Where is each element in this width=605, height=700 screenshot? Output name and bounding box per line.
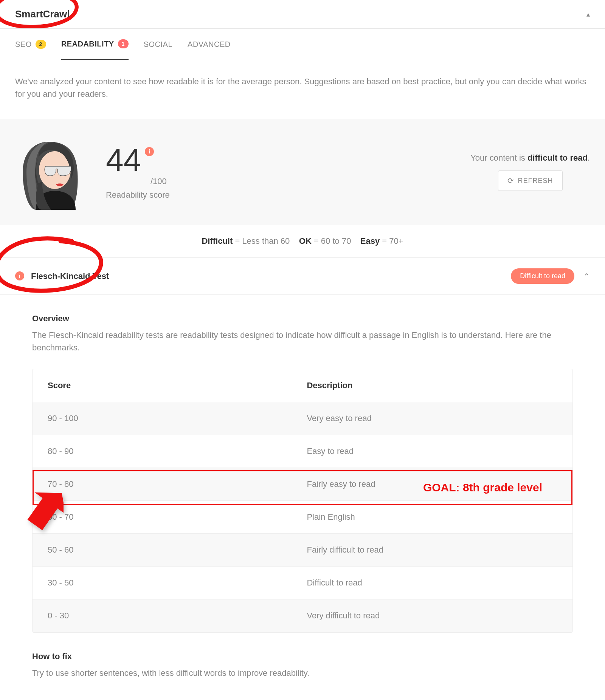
cell-desc: Easy to read — [292, 435, 572, 468]
cell-score: 80 - 90 — [33, 435, 292, 468]
cell-desc: Very easy to read — [292, 402, 572, 435]
refresh-button[interactable]: ⟳ REFRESH — [498, 170, 563, 191]
tab-seo-label: SEO — [15, 40, 32, 49]
cell-score: 0 - 30 — [33, 599, 292, 632]
tab-readability[interactable]: READABILITY 1 — [61, 29, 129, 60]
content-section: Overview The Flesch-Kincaid readability … — [15, 295, 590, 700]
app-title: SmartCrawl — [15, 8, 70, 20]
tab-advanced[interactable]: ADVANCED — [188, 29, 231, 59]
tab-social[interactable]: SOCIAL — [144, 29, 172, 59]
cell-desc: Very difficult to read — [292, 599, 572, 632]
tab-readability-label: READABILITY — [61, 40, 114, 48]
tabs: SEO 2 READABILITY 1 SOCIAL ADVANCED — [0, 29, 605, 60]
col-score: Score — [33, 369, 292, 402]
status-prefix: Your content is — [470, 153, 527, 163]
info-icon[interactable]: i — [145, 147, 154, 156]
table-row: 80 - 90 Easy to read — [33, 435, 572, 468]
refresh-icon: ⟳ — [507, 176, 514, 185]
table-row-goal: 70 - 80 Fairly easy to read — [33, 468, 572, 501]
tab-seo-badge: 2 — [36, 40, 46, 49]
cell-score: 30 - 50 — [33, 567, 292, 599]
cell-score: 50 - 60 — [33, 534, 292, 566]
status-text: Your content is difficult to read. — [470, 153, 590, 163]
collapse-caret-icon[interactable]: ▴ — [586, 10, 590, 19]
status-pill: Difficult to read — [511, 268, 574, 284]
score-total: /100 — [150, 177, 167, 186]
tab-social-label: SOCIAL — [144, 40, 172, 49]
legend-ok-label: OK — [299, 236, 312, 246]
status-strong: difficult to read — [527, 153, 588, 163]
status-suffix: . — [588, 153, 590, 163]
accordion-header[interactable]: i Flesch-Kincaid Test Difficult to read … — [0, 257, 605, 295]
accordion-title: Flesch-Kincaid Test — [31, 271, 109, 281]
tab-advanced-label: ADVANCED — [188, 40, 231, 49]
chevron-up-icon[interactable]: ⌃ — [583, 272, 590, 281]
tab-seo[interactable]: SEO 2 — [15, 29, 46, 59]
cell-desc: Plain English — [292, 501, 572, 533]
legend-easy-val: = 70+ — [380, 236, 403, 246]
score-panel: 44 i /100 Readability score Your content… — [0, 119, 605, 225]
howto-heading: How to fix — [32, 652, 573, 661]
header-bar: SmartCrawl ▴ — [0, 0, 605, 29]
legend-ok-val: = 60 to 70 — [312, 236, 351, 246]
refresh-label: REFRESH — [518, 177, 553, 185]
legend-diff-label: Difficult — [202, 236, 233, 246]
legend: Difficult = Less than 60 OK = 60 to 70 E… — [0, 225, 605, 257]
cell-score: 60 - 70 — [33, 501, 292, 533]
intro-text: We've analyzed your content to see how r… — [0, 60, 605, 119]
table-row: 30 - 50 Difficult to read — [33, 567, 572, 599]
col-desc: Description — [292, 369, 572, 402]
cell-desc: Fairly difficult to read — [292, 534, 572, 566]
info-icon: i — [15, 271, 24, 280]
score-value: 44 — [106, 144, 141, 176]
table-row: 90 - 100 Very easy to read — [33, 402, 572, 435]
legend-easy-label: Easy — [360, 236, 380, 246]
cell-score: 70 - 80 — [33, 468, 292, 500]
cell-desc: Difficult to read — [292, 567, 572, 599]
table-header: Score Description — [33, 369, 572, 402]
overview-heading: Overview — [32, 314, 573, 324]
cell-desc: Fairly easy to read — [292, 468, 572, 500]
table-row: 60 - 70 Plain English — [33, 501, 572, 534]
legend-diff-val: = Less than 60 — [233, 236, 290, 246]
score-label: Readability score — [106, 190, 170, 200]
benchmark-table: Score Description 90 - 100 Very easy to … — [32, 369, 573, 633]
status-block: Your content is difficult to read. ⟳ REF… — [470, 153, 590, 191]
overview-text: The Flesch-Kincaid readability tests are… — [32, 329, 573, 354]
avatar — [15, 134, 83, 210]
howto-text: Try to use shorter sentences, with less … — [32, 667, 573, 679]
tab-readability-badge: 1 — [118, 39, 129, 48]
score-block: 44 i /100 Readability score — [106, 144, 170, 200]
cell-score: 90 - 100 — [33, 402, 292, 435]
table-row: 50 - 60 Fairly difficult to read — [33, 534, 572, 567]
table-row: 0 - 30 Very difficult to read — [33, 599, 572, 632]
